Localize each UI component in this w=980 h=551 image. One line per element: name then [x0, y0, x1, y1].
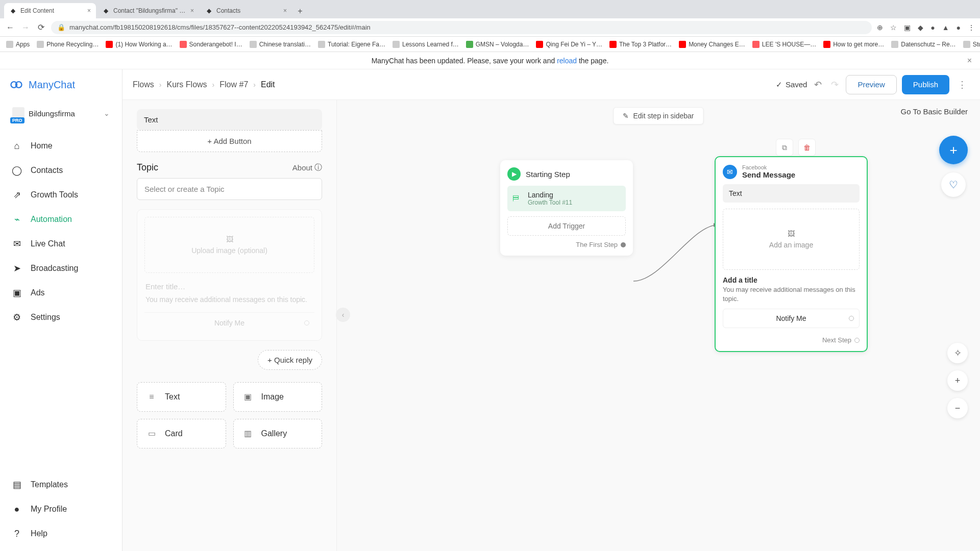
- card-subtitle[interactable]: You may receive additional messages on t…: [144, 294, 314, 306]
- nav-ads[interactable]: ▣Ads: [0, 281, 122, 305]
- zoom-out-button[interactable]: −: [947, 398, 968, 418]
- content-type-image[interactable]: ▣Image: [233, 382, 323, 412]
- nav-help[interactable]: ?Help: [0, 521, 122, 546]
- magic-icon[interactable]: ✧: [947, 343, 968, 363]
- reload-icon[interactable]: ⟳: [36, 22, 46, 32]
- nav-home[interactable]: ⌂Home: [0, 134, 122, 158]
- brand-logo[interactable]: ManyChat: [0, 69, 122, 100]
- workspace-selector[interactable]: PRO Bildungsfirma ⌄: [7, 103, 115, 123]
- connector-port[interactable]: [304, 320, 309, 325]
- zoom-in-button[interactable]: +: [947, 370, 968, 391]
- preview-button[interactable]: Preview: [846, 75, 896, 94]
- star-icon[interactable]: ☆: [890, 23, 897, 32]
- favorite-button[interactable]: ♡: [941, 172, 966, 197]
- browser-tab[interactable]: ◆ Contact "Bildungsfirma" throu… ×: [97, 3, 199, 18]
- redo-icon[interactable]: ↷: [829, 79, 841, 90]
- flow-canvas[interactable]: ‹ ✎ Edit step in sidebar Go To Basic Bui…: [337, 100, 980, 551]
- card-title[interactable]: Add a title: [723, 276, 860, 284]
- bookmark[interactable]: Student Wants an…: [963, 41, 980, 48]
- nav-contacts[interactable]: ◯Contacts: [0, 158, 122, 183]
- bookmark[interactable]: Lessons Learned f…: [393, 41, 459, 48]
- breadcrumb[interactable]: Flows: [133, 80, 154, 89]
- browser-tab[interactable]: ◆ Contacts ×: [200, 3, 292, 18]
- contacts-icon: ◯: [11, 165, 22, 176]
- bookmark[interactable]: Tutorial: Eigene Fa…: [318, 41, 385, 48]
- about-link[interactable]: Aboutⓘ: [292, 163, 322, 172]
- notify-button[interactable]: Notify Me: [723, 309, 860, 328]
- delete-button[interactable]: 🗑: [798, 139, 816, 156]
- ext-icon[interactable]: ●: [930, 23, 935, 32]
- send-message-node[interactable]: ✉ Facebook Send Message Text 🖼 Add an im…: [715, 156, 868, 352]
- connector-port[interactable]: [854, 338, 860, 343]
- avatar-icon[interactable]: ●: [957, 23, 961, 32]
- upload-image-area[interactable]: 🖼 Upload image (optional): [144, 217, 314, 273]
- ext-icon[interactable]: ▲: [942, 23, 949, 32]
- publish-button[interactable]: Publish: [902, 75, 949, 94]
- connector-port[interactable]: [849, 316, 854, 321]
- bookmark[interactable]: Chinese translati…: [250, 41, 311, 48]
- ext-icon[interactable]: ◆: [918, 23, 923, 32]
- add-button-button[interactable]: + Add Button: [137, 130, 322, 152]
- zoom-icon[interactable]: ⊕: [877, 23, 883, 32]
- bookmark[interactable]: Datenschutz – Re…: [891, 41, 955, 48]
- close-icon[interactable]: ×: [967, 56, 972, 65]
- collapse-editor-button[interactable]: ‹: [336, 308, 350, 322]
- bookmark[interactable]: GMSN – Vologda…: [466, 41, 529, 48]
- quick-reply-button[interactable]: + Quick reply: [258, 350, 322, 370]
- bookmark[interactable]: (1) How Working a…: [106, 41, 172, 48]
- bookmark[interactable]: Sonderangebot! I…: [180, 41, 242, 48]
- topic-select[interactable]: Select or create a Topic: [137, 178, 322, 200]
- close-icon[interactable]: ×: [87, 7, 91, 14]
- breadcrumb[interactable]: Flow #7: [219, 80, 248, 89]
- editor-panel: Text + Add Button Topic Aboutⓘ Select or…: [122, 100, 337, 551]
- edit-in-sidebar-button[interactable]: ✎ Edit step in sidebar: [613, 107, 703, 124]
- nav-live-chat[interactable]: ✉Live Chat: [0, 232, 122, 256]
- bookmark[interactable]: Qing Fei De Yi – Y…: [536, 41, 602, 48]
- content-type-text[interactable]: ≡Text: [137, 382, 226, 412]
- bookmark-label: Money Changes E…: [689, 41, 745, 48]
- text-block[interactable]: Text: [137, 109, 322, 130]
- goto-basic-builder-link[interactable]: Go To Basic Builder: [901, 107, 968, 116]
- nav-broadcasting[interactable]: ➤Broadcasting: [0, 256, 122, 281]
- duplicate-button[interactable]: ⧉: [776, 139, 793, 156]
- add-step-fab[interactable]: +: [939, 136, 968, 164]
- back-icon[interactable]: ←: [5, 23, 15, 32]
- url-field[interactable]: 🔒 manychat.com/fb198150208192618/cms/fil…: [51, 21, 872, 34]
- text-content[interactable]: Text: [723, 184, 860, 203]
- add-image-area[interactable]: 🖼 Add an image: [723, 209, 860, 270]
- bookmark-icon: [752, 41, 760, 48]
- content-type-card[interactable]: ▭Card: [137, 419, 226, 448]
- add-trigger-button[interactable]: Add Trigger: [507, 216, 626, 236]
- trigger-landing[interactable]: ⛿ Landing Growth Tool #11: [507, 186, 626, 211]
- check-icon: ✓: [776, 80, 782, 89]
- connector-port[interactable]: [621, 242, 626, 247]
- bookmark[interactable]: How to get more…: [823, 41, 884, 48]
- card-button[interactable]: Notify Me: [144, 312, 314, 333]
- ext-icon[interactable]: ▣: [904, 23, 911, 32]
- browser-tab[interactable]: ◆ Edit Content ×: [4, 3, 96, 18]
- breadcrumb[interactable]: Kurs Flows: [166, 80, 207, 89]
- bookmark[interactable]: The Top 3 Platfor…: [609, 41, 672, 48]
- card-title-input[interactable]: Enter title…: [144, 279, 314, 294]
- bookmark[interactable]: LEE 'S HOUSE—…: [752, 41, 816, 48]
- bookmark-label: The Top 3 Platfor…: [619, 41, 672, 48]
- card-editor[interactable]: 🖼 Upload image (optional) Enter title… Y…: [137, 209, 322, 341]
- close-icon[interactable]: ×: [283, 7, 287, 14]
- nav-templates[interactable]: ▤Templates: [0, 472, 122, 497]
- close-icon[interactable]: ×: [190, 7, 194, 14]
- starting-step-node[interactable]: ▶ Starting Step ⛿ Landing Growth Tool #1…: [500, 160, 633, 256]
- undo-icon[interactable]: ↶: [812, 79, 824, 90]
- new-tab-button[interactable]: +: [293, 4, 307, 18]
- forward-icon[interactable]: →: [20, 23, 31, 32]
- bookmark[interactable]: Apps: [6, 41, 30, 48]
- reload-link[interactable]: reload: [557, 57, 577, 65]
- menu-icon[interactable]: ⋮: [968, 23, 975, 32]
- nav-growth-tools[interactable]: ⇗Growth Tools: [0, 183, 122, 207]
- nav-automation[interactable]: ⌁Automation: [0, 207, 122, 232]
- content-type-gallery[interactable]: ▥Gallery: [233, 419, 323, 448]
- nav-profile[interactable]: ●My Profile: [0, 497, 122, 521]
- nav-settings[interactable]: ⚙Settings: [0, 305, 122, 330]
- bookmark[interactable]: Money Changes E…: [679, 41, 745, 48]
- more-icon[interactable]: ⋮: [954, 79, 970, 90]
- bookmark[interactable]: Phone Recycling…: [37, 41, 99, 48]
